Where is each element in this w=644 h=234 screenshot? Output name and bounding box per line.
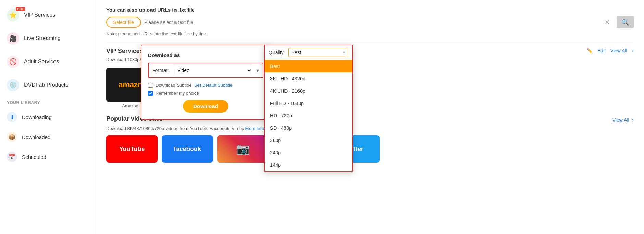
site-cards-row: YouTube facebook 📷 vimeo twitter [106,135,634,163]
quality-option-hd[interactable]: HD - 720p [265,109,352,122]
sidebar-lib-label: Downloading [22,114,52,120]
quality-header: Quality: Best ▾ [265,45,352,60]
quality-option-240p[interactable]: 240p [265,147,352,159]
adult-services-icon: 🚫 [7,56,19,68]
chevron-right-icon[interactable]: › [632,48,634,54]
sidebar-item-label: Adult Services [24,59,59,65]
vip-section-title: VIP Services [106,48,143,55]
sidebar-item-live-streaming[interactable]: 🎥 Live Streaming [0,27,96,50]
popular-section: Popular video sites View All › Download … [106,115,634,163]
popular-description: Download 8K/4K/1080p/720p videos from Yo… [106,126,634,131]
facebook-card[interactable]: facebook [162,135,213,163]
select-file-button[interactable]: Select file [106,17,141,28]
facebook-logo: facebook [174,145,201,153]
quality-selected-value: Best [291,50,301,55]
sidebar-item-dvdfab-products[interactable]: 💿 DVDFab Products [0,73,96,97]
sidebar-item-adult-services[interactable]: 🚫 Adult Services [0,50,96,73]
popular-chevron-icon[interactable]: › [632,117,634,123]
quality-select-box[interactable]: Best ▾ [288,48,348,57]
subtitle-checkbox[interactable] [148,83,153,88]
dvdfab-icon: 💿 [7,79,19,91]
download-button[interactable]: Download [183,100,228,113]
quality-dropdown: Quality: Best ▾ Best8K UHD - 4320p4K UHD… [264,45,353,172]
view-all-button[interactable]: View All [610,48,627,54]
quality-option-fullhd[interactable]: Full HD - 1080p [265,97,352,109]
sidebar-lib-label: Scheduled [22,154,46,160]
popular-desc-text: Download 8K/4K/1080p/720p videos from Yo… [106,126,244,131]
quality-option-8k[interactable]: 8K UHD - 4320p [265,72,352,85]
quality-option-4k[interactable]: 4K UHD - 2160p [265,85,352,97]
url-note: Note: please add URLs into the text file… [106,31,634,36]
quality-option-best[interactable]: Best [265,60,352,72]
format-dropdown-icon: ▾ [256,67,259,74]
quality-option-360p[interactable]: 360p [265,134,352,147]
close-icon[interactable]: ✕ [605,19,610,26]
sidebar-item-scheduled[interactable]: 📅 Scheduled [0,147,96,167]
search-button[interactable]: 🔍 [617,16,634,28]
scheduled-icon: 📅 [7,152,17,162]
subtitle-checkbox-row: Download Subtitle Set Default Subtitle [148,83,263,88]
edit-icon: ✏️ [587,48,593,54]
quality-options-list: Best8K UHD - 4320p4K UHD - 2160pFull HD … [265,60,352,171]
remember-checkbox-row: Remember my choice [148,91,263,96]
format-label: Format: [152,68,169,73]
set-default-subtitle-link[interactable]: Set Default Subtitle [194,83,232,88]
url-text-input[interactable] [144,20,601,25]
youtube-card[interactable]: YouTube [106,135,158,163]
edit-button[interactable]: Edit [597,48,606,54]
quality-label: Quality: [269,50,285,55]
sidebar-lib-label: Downloaded [22,134,50,140]
sidebar: ⭐ VIP Services HOT 🎥 Live Streaming 🚫 Ad… [0,0,96,234]
quality-dropdown-arrow: ▾ [343,50,345,55]
instagram-card[interactable]: 📷 [217,135,269,163]
url-upload-section: You can also upload URLs in .txt file Se… [106,7,634,42]
downloading-icon: ⬇ [7,112,17,122]
sidebar-item-label: VIP Services [24,12,55,18]
quality-option-sd[interactable]: SD - 480p [265,122,352,134]
sidebar-item-downloading[interactable]: ⬇ Downloading [0,107,96,127]
hot-badge: HOT [16,7,25,11]
instagram-logo: 📷 [236,142,250,155]
library-section-label: YOUR LIBRARY [0,97,96,107]
sidebar-item-vip-services[interactable]: ⭐ VIP Services HOT [0,3,96,27]
url-upload-title: You can also upload URLs in .txt file [106,7,634,13]
url-input-row: Select file ✕ 🔍 [106,16,634,28]
download-dialog-title: Download as [148,52,263,58]
vip-section-subtitle: Download 1080p/7 [106,57,143,62]
format-select[interactable]: Video Audio [173,66,252,75]
format-row: Format: Video Audio ▾ [148,63,263,78]
remember-checkbox[interactable] [148,91,153,96]
main-content: You can also upload URLs in .txt file Se… [96,0,644,234]
download-dialog: Download as Format: Video Audio ▾ Downlo… [141,45,271,120]
subtitle-label: Download Subtitle [156,83,192,88]
quality-option-144p[interactable]: 144p [265,159,352,171]
popular-view-all-button[interactable]: View All [612,117,629,123]
vip-actions: ✏️ Edit View All › [587,48,634,54]
downloaded-icon: 📦 [7,132,17,142]
sidebar-item-label: DVDFab Products [24,82,68,88]
live-streaming-icon: 🎥 [7,32,19,45]
search-icon: 🔍 [621,19,629,26]
youtube-logo: YouTube [119,145,145,153]
sidebar-item-downloaded[interactable]: 📦 Downloaded [0,127,96,147]
sidebar-item-label: Live Streaming [24,35,61,42]
amazon-logo: amazn [118,80,142,90]
remember-label: Remember my choice [156,91,199,96]
